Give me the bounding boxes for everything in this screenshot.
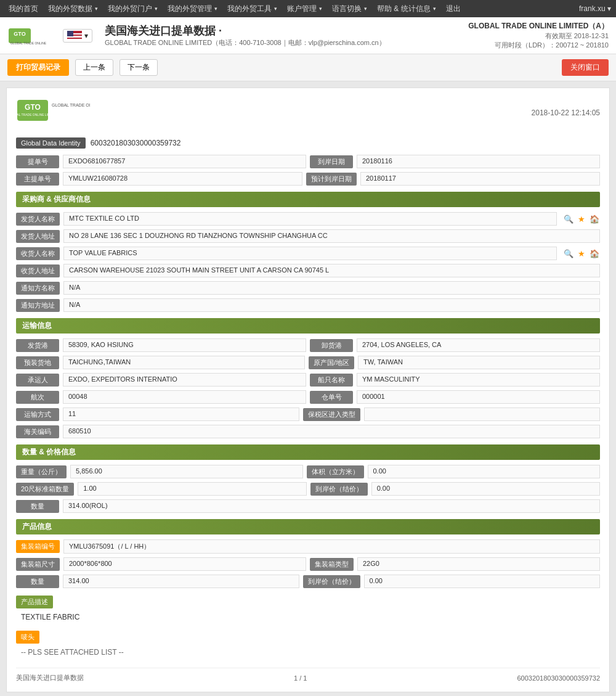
- receiver-addr-label: 收货人地址: [16, 264, 60, 277]
- notify-name-value: N/A: [63, 281, 600, 295]
- customs-code-label: 海关编码: [16, 425, 59, 438]
- nav-management[interactable]: 我的外贸管理 ▾: [164, 4, 221, 14]
- weight-row: 重量（公斤） 5,856.00 体积（立方米） 0.00: [16, 465, 600, 478]
- next-button-top[interactable]: 下一条: [120, 59, 158, 76]
- arrive-price-label: 到岸价（结价）: [310, 483, 368, 496]
- weight-value: 5,856.00: [70, 465, 303, 478]
- shipper-addr-row: 发货人地址 NO 28 LANE 136 SEC 1 DOUZHONG RD T…: [16, 229, 600, 243]
- marks-block: 唛头 -- PLS SEE ATTACHED LIST --: [16, 627, 600, 658]
- doc-pagination: 1 / 1: [294, 674, 307, 682]
- main-bill-label: 主提单号: [16, 173, 59, 186]
- marks-label: 唛头: [16, 631, 39, 644]
- notify-name-label: 通知方名称: [16, 282, 60, 295]
- doc-date: 2018-10-22 12:14:05: [532, 108, 600, 117]
- product-desc-value: TEXTILE FABRIC: [16, 611, 600, 623]
- vessel-value: YM MASCULINITY: [357, 373, 600, 387]
- pre-load-value: TAICHUNG,TAIWAN: [63, 356, 305, 369]
- svg-text:GLOBAL TRADE ONLINE LIMITED: GLOBAL TRADE ONLINE LIMITED: [52, 103, 90, 107]
- nav-user[interactable]: frank.xu ▾: [579, 4, 611, 13]
- notify-addr-value: N/A: [63, 298, 600, 312]
- bill-no-label: 提单号: [16, 155, 59, 168]
- document-container: GTO GLOBAL TRADE ONLINE LIMITED GLOBAL T…: [6, 88, 610, 692]
- svg-text:GTO: GTO: [14, 31, 25, 37]
- flag-arrow: ▾: [84, 31, 88, 40]
- header-account-info: GLOBAL TRADE ONLINE LIMITED（A） 有效期至 2018…: [468, 21, 609, 50]
- carrier-value: EXDO, EXPEDITORS INTERNATIO: [63, 373, 306, 387]
- origin-label: 原产国/地区: [309, 356, 354, 369]
- arrive-price-value: 0.00: [371, 482, 600, 496]
- receiver-home-icon[interactable]: 🏠: [589, 248, 600, 259]
- container20-value: 1.00: [78, 482, 306, 496]
- voyage-label: 航次: [16, 391, 59, 404]
- carrier-label: 承运人: [16, 374, 59, 387]
- header-left: GTO GLOBAL TRADE ONLINE ▾: [7, 23, 92, 48]
- shipper-addr-label: 发货人地址: [16, 230, 60, 243]
- flag-selector[interactable]: ▾: [63, 29, 92, 43]
- nav-help[interactable]: 帮助 & 统计信息 ▾: [373, 4, 440, 14]
- arrive-date-label: 到岸日期: [310, 155, 353, 168]
- nav-home[interactable]: 我的首页: [5, 4, 42, 14]
- nav-menu: 我的首页 我的外贸数据 ▾ 我的外贸门户 ▾ 我的外贸管理 ▾ 我的外贸工具 ▾…: [5, 4, 464, 14]
- shipper-icons: 🔍 ★ 🏠: [563, 213, 600, 224]
- container-no-row: 集装箱编号 YMLU3675091（/ L / HH）: [16, 539, 600, 554]
- gdi-value: 600320180303000035973​2: [91, 139, 181, 147]
- receiver-star-icon[interactable]: ★: [576, 248, 587, 259]
- receiver-name-value: TOP VALUE FABRICS: [63, 247, 557, 260]
- prev-button-top[interactable]: 上一条: [75, 59, 113, 76]
- unit-price-value: 0.00: [364, 575, 601, 588]
- receiver-addr-value: CARSON WAREHOUSE 21023 SOUTH MAIN STREET…: [63, 264, 600, 277]
- nav-language[interactable]: 语言切换 ▾: [328, 4, 371, 14]
- header-title-area: 美国海关进口提单数据 · GLOBAL TRADE ONLINE LIMITED…: [92, 23, 468, 47]
- warehouse-value: 000001: [357, 390, 600, 404]
- bonded-label: 保税区进入类型: [303, 408, 360, 421]
- doc-header: GTO GLOBAL TRADE ONLINE LIMITED GLOBAL T…: [16, 97, 600, 128]
- preload-row: 预装货地 TAICHUNG,TAIWAN 原产国/地区 TW, TAIWAN: [16, 356, 600, 369]
- receiver-addr-row: 收货人地址 CARSON WAREHOUSE 21023 SOUTH MAIN …: [16, 264, 600, 277]
- doc-footer-title: 美国海关进口提单数据: [16, 673, 84, 682]
- container-type-label: 集装箱类型: [310, 558, 354, 571]
- shipper-home-icon[interactable]: 🏠: [589, 213, 600, 224]
- account-ldr: 可用时段（LDR）：200712 ~ 201810: [468, 41, 609, 50]
- nav-portal[interactable]: 我的外贸门户 ▾: [104, 4, 161, 14]
- global-identity-row: Global Data Identity 6003201803030000359…: [16, 137, 600, 149]
- transport-section-header: 运输信息: [16, 318, 600, 334]
- depart-port-label: 发货港: [16, 339, 59, 352]
- nav-account[interactable]: 账户管理 ▾: [283, 4, 326, 14]
- top-navigation: 我的首页 我的外贸数据 ▾ 我的外贸门户 ▾ 我的外贸管理 ▾ 我的外贸工具 ▾…: [0, 0, 616, 17]
- receiver-icons: 🔍 ★ 🏠: [563, 248, 600, 259]
- volume-label: 体积（立方米）: [307, 465, 364, 478]
- nav-tools[interactable]: 我的外贸工具 ▾: [224, 4, 281, 14]
- nav-trade-data[interactable]: 我的外贸数据 ▾: [44, 4, 102, 14]
- gdi-label: Global Data Identity: [16, 137, 86, 149]
- prod-quantity-value: 314.00: [63, 575, 299, 588]
- warehouse-label: 仓单号: [310, 391, 353, 404]
- shipper-search-icon[interactable]: 🔍: [563, 213, 574, 224]
- bonded-value: [364, 407, 601, 421]
- container-no-label: 集装箱编号: [16, 540, 60, 553]
- doc-id: 6003201803030000359732: [517, 674, 600, 682]
- voyage-row: 航次 00048 仓单号 000001: [16, 390, 600, 404]
- bill-no-row: 提单号 EXDO6810677857 到岸日期 20180116: [16, 155, 600, 168]
- doc-logo: GTO GLOBAL TRADE ONLINE LIMITED GLOBAL T…: [16, 97, 90, 128]
- nav-logout[interactable]: 退出: [442, 4, 464, 14]
- notify-addr-row: 通知方地址 N/A: [16, 298, 600, 312]
- product-desc-label: 产品描述: [16, 596, 53, 608]
- container-size-label: 集装箱尺寸: [16, 558, 60, 571]
- est-arrive-value: 20180117: [360, 172, 600, 186]
- shipper-name-value: MTC TEXTILE CO LTD: [63, 212, 557, 226]
- company-subtitle: GLOBAL TRADE ONLINE LIMITED（电话：400-710-3…: [105, 38, 468, 47]
- print-button-top[interactable]: 打印贸易记录: [7, 59, 69, 76]
- svg-text:GLOBAL TRADE ONLINE LIMITED: GLOBAL TRADE ONLINE LIMITED: [16, 113, 57, 117]
- page-header: GTO GLOBAL TRADE ONLINE ▾ 美国海关进口提单数据 · G…: [0, 17, 616, 54]
- main-bill-row: 主提单号 YMLUW216080728 预计到岸日期 20180117: [16, 172, 600, 186]
- vessel-label: 船只名称: [310, 374, 353, 387]
- shipper-star-icon[interactable]: ★: [576, 213, 587, 224]
- shipper-name-row: 发货人名称 MTC TEXTILE CO LTD 🔍 ★ 🏠: [16, 212, 600, 226]
- quantity-value: 314.00(ROL): [63, 499, 600, 513]
- close-button-top[interactable]: 关闭窗口: [562, 59, 609, 76]
- notify-addr-label: 通知方地址: [16, 299, 60, 312]
- receiver-search-icon[interactable]: 🔍: [563, 248, 574, 259]
- prod-quantity-label: 数量: [16, 575, 59, 588]
- us-flag: [67, 31, 82, 41]
- container-type-value: 22G0: [357, 557, 600, 571]
